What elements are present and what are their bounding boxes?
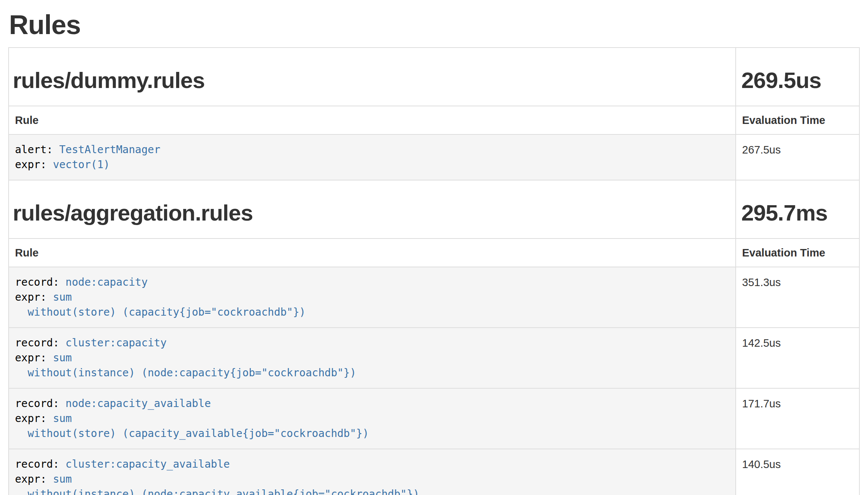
rule-code-line: expr: sum [15,472,729,487]
rule-code-line: without(store) (capacity{job="cockroachd… [15,305,729,320]
rule-expression-link[interactable]: without(store) (capacity_available{job="… [28,427,369,440]
rule-group-file-name: rules/aggregation.rules [13,201,732,225]
rule-code-line: expr: sum [15,411,729,426]
rule-expression-link[interactable]: cluster:capacity_available [66,458,230,470]
rule-group-file-cell: rules/dummy.rules [9,48,736,106]
rule-keyword: expr: [15,412,53,425]
rule-expression-link[interactable]: node:capacity [66,276,148,288]
rule-expression-link[interactable]: sum [53,352,72,364]
rule-row: alert: TestAlertManagerexpr: vector(1)26… [9,134,859,180]
rule-definition-cell: record: node:capacityexpr: sum without(s… [9,267,736,328]
rule-keyword: expr: [15,291,53,303]
rule-definition-cell: record: node:capacity_availableexpr: sum… [9,388,736,449]
rule-code-line: alert: TestAlertManager [15,142,729,157]
rule-expression-link[interactable]: vector(1) [53,158,110,171]
rule-keyword: record: [15,397,66,410]
rule-expression-link[interactable]: cluster:capacity [66,337,167,349]
rule-expression-link[interactable]: TestAlertManager [59,143,160,156]
rule-code-line: record: cluster:capacity_available [15,457,729,472]
rule-code-line: without(store) (capacity_available{job="… [15,426,729,441]
rule-keyword [15,488,28,495]
rule-keyword [15,427,28,440]
page-title: Rules [9,11,860,38]
column-header-row: RuleEvaluation Time [9,106,859,134]
rule-group-header-row: rules/dummy.rules269.5us [9,48,859,106]
rule-keyword: record: [15,337,66,349]
rule-code-line: record: node:capacity [15,275,729,290]
rule-keyword: record: [15,458,66,470]
rule-definition-cell: alert: TestAlertManagerexpr: vector(1) [9,134,736,180]
rule-definition-cell: record: cluster:capacity_availableexpr: … [9,449,736,495]
rule-keyword: expr: [15,473,53,485]
rule-eval-time: 140.5us [736,449,859,495]
rule-column-header: Rule [9,106,736,134]
rule-code-line: expr: sum [15,290,729,305]
rule-group-eval-total: 269.5us [741,68,855,93]
rule-expression-link[interactable]: without(store) (capacity{job="cockroachd… [28,306,306,318]
rule-row: record: cluster:capacity_availableexpr: … [9,449,859,495]
rule-expression-link[interactable]: without(instance) (node:capacity{job="co… [28,367,356,379]
rule-expression-link[interactable]: sum [53,291,72,303]
rule-expression-link[interactable]: node:capacity_available [66,397,211,410]
rule-keyword: expr: [15,158,53,171]
rule-eval-time: 351.3us [736,267,859,328]
rule-code-line: record: cluster:capacity [15,335,729,350]
rule-row: record: cluster:capacityexpr: sum withou… [9,328,859,388]
rule-keyword: expr: [15,352,53,364]
rule-code-line: without(instance) (node:capacity{job="co… [15,365,729,380]
rule-eval-time: 267.5us [736,134,859,180]
rule-definition-cell: record: cluster:capacityexpr: sum withou… [9,328,736,388]
rule-group-file-cell: rules/aggregation.rules [9,180,736,239]
rule-row: record: node:capacity_availableexpr: sum… [9,388,859,449]
rule-keyword [15,367,28,379]
rule-expression-link[interactable]: sum [53,473,72,485]
rule-code-line: expr: vector(1) [15,157,729,172]
column-header-row: RuleEvaluation Time [9,239,859,267]
rules-page: Rules rules/dummy.rules269.5usRuleEvalua… [0,0,868,495]
rule-row: record: node:capacityexpr: sum without(s… [9,267,859,328]
eval-time-column-header: Evaluation Time [736,239,859,267]
rule-keyword: record: [15,276,66,288]
rules-table: rules/dummy.rules269.5usRuleEvaluation T… [8,47,860,495]
eval-time-column-header: Evaluation Time [736,106,859,134]
rule-keyword [15,306,28,318]
rule-group-eval-total: 295.7ms [741,201,855,225]
rule-group-eval-total-cell: 269.5us [736,48,859,106]
rule-keyword: alert: [15,143,59,156]
rule-group-file-name: rules/dummy.rules [13,68,732,93]
rule-column-header: Rule [9,239,736,267]
rule-code-line: expr: sum [15,350,729,365]
rule-code-line: record: node:capacity_available [15,396,729,411]
rule-expression-link[interactable]: without(instance) (node:capacity_availab… [28,488,419,495]
rule-group-eval-total-cell: 295.7ms [736,180,859,239]
rule-eval-time: 142.5us [736,328,859,388]
rule-eval-time: 171.7us [736,388,859,449]
rule-expression-link[interactable]: sum [53,412,72,425]
rule-group-header-row: rules/aggregation.rules295.7ms [9,180,859,239]
rule-code-line: without(instance) (node:capacity_availab… [15,487,729,495]
